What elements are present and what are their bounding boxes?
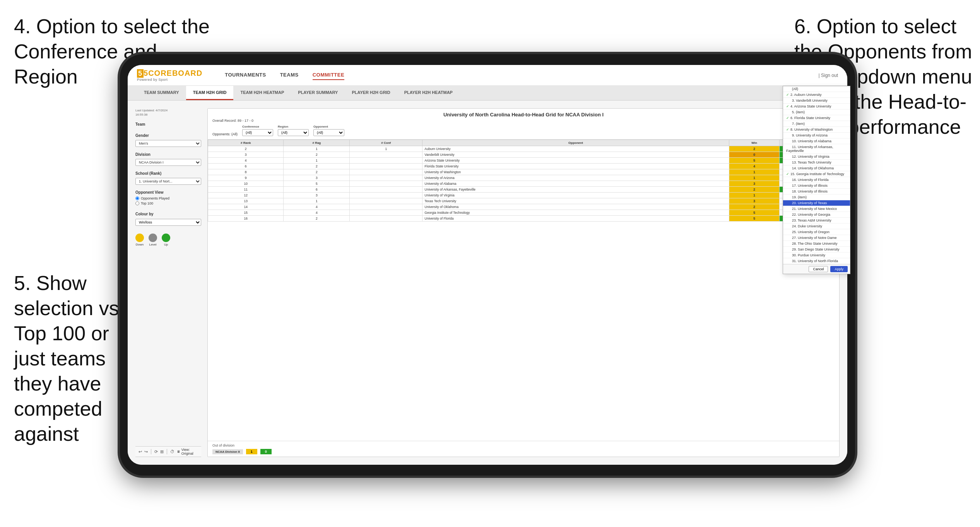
- cell-opponent: Arizona State University: [422, 158, 729, 164]
- grid-title: University of North Carolina Head-to-Hea…: [212, 112, 835, 118]
- cell-rank: 10: [208, 181, 284, 187]
- gender-select[interactable]: Men's: [135, 140, 201, 147]
- nav-teams[interactable]: TEAMS: [280, 70, 299, 80]
- toolbar: ↩ ↪ ⟳ ⊞ ⏱ 🖥 View: Original: [135, 446, 201, 457]
- opp-drop-item[interactable]: 3. Vanderbilt University: [783, 101, 847, 104]
- table-row[interactable]: 10 5 University of Alabama 3 0: [208, 181, 839, 187]
- data-table: # Rank # Rag # Conf Opponent Win Loss 2 …: [208, 140, 839, 222]
- opp-drop-item[interactable]: 28. The Ohio State University: [783, 241, 847, 247]
- opp-drop-item[interactable]: 5. (item): [783, 109, 847, 115]
- opp-drop-item[interactable]: ✓4. Arizona State University: [783, 104, 847, 109]
- cell-conf: [350, 216, 422, 222]
- cell-rag: 3: [284, 193, 350, 198]
- nav-tournaments[interactable]: TOURNAMENTS: [225, 70, 266, 80]
- table-row[interactable]: 14 4 University of Oklahoma 2 2: [208, 204, 839, 210]
- region-select[interactable]: (All): [278, 129, 309, 136]
- opp-drop-item[interactable]: 24. Duke University: [783, 223, 847, 229]
- opp-drop-item[interactable]: 27. University of Notre Dame: [783, 235, 847, 241]
- cell-rank: 3: [208, 152, 284, 158]
- radio-top100[interactable]: Top 100: [135, 201, 201, 205]
- refresh-icon[interactable]: ⟳: [154, 449, 158, 454]
- table-row[interactable]: 2 1 1 Auburn University 2 1: [208, 146, 839, 152]
- opp-drop-item[interactable]: 31. University of North Florida: [783, 258, 847, 264]
- cell-opponent: University of Florida: [422, 216, 729, 222]
- app-logo: 55COREBOARD: [137, 69, 202, 78]
- legend-level: Level: [149, 234, 157, 246]
- legend-up: Up: [162, 234, 170, 246]
- opp-drop-item[interactable]: 18. University of Illinois: [783, 189, 847, 194]
- table-row[interactable]: 8 2 University of Washington 1 0: [208, 169, 839, 175]
- opp-drop-item[interactable]: 22. University of Georgia: [783, 212, 847, 218]
- redo-icon[interactable]: ↪: [144, 449, 148, 454]
- radio-opponents-played[interactable]: Opponents Played: [135, 196, 201, 200]
- opp-drop-item[interactable]: 25. University of Oregon: [783, 229, 847, 235]
- opp-drop-item[interactable]: 16. University of Florida: [783, 177, 847, 183]
- cell-rank: 11: [208, 187, 284, 193]
- nav-committee[interactable]: COMMITTEE: [313, 70, 345, 80]
- colour-select[interactable]: Win/loss: [135, 219, 201, 226]
- grid-area: University of North Carolina Head-to-Hea…: [207, 108, 840, 457]
- nav-signout[interactable]: | Sign out: [819, 73, 838, 78]
- copy-icon[interactable]: ⊞: [160, 449, 164, 454]
- opp-drop-item[interactable]: 17. University of Illinois: [783, 183, 847, 189]
- tab-player-h2h-grid[interactable]: PLAYER H2H GRID: [345, 86, 397, 100]
- tab-player-summary[interactable]: PLAYER SUMMARY: [291, 86, 345, 100]
- school-select[interactable]: 1. University of Nort...: [135, 178, 201, 185]
- opp-drop-item[interactable]: 9. University of Arizona: [783, 133, 847, 138]
- opponent-select[interactable]: (All): [313, 129, 344, 136]
- toolbar-view: 🖥 View: Original: [177, 448, 198, 455]
- toolbar-sep2: [167, 449, 167, 454]
- cell-win: 5: [729, 210, 780, 216]
- cell-rank: 9: [208, 175, 284, 181]
- tab-player-h2h-heatmap[interactable]: PLAYER H2H HEATMAP: [397, 86, 460, 100]
- opp-drop-item[interactable]: 12. University of Virginia: [783, 154, 847, 160]
- legend-down: Down: [135, 234, 144, 246]
- clock-icon[interactable]: ⏱: [170, 449, 174, 454]
- cancel-button[interactable]: Cancel: [809, 266, 828, 272]
- filter-row: Opponents: (All) Conference (All) Region…: [212, 125, 835, 136]
- cell-win: 3: [729, 181, 780, 187]
- toolbar-sep1: [151, 449, 151, 454]
- opp-drop-item[interactable]: 14. University of Oklahoma: [783, 165, 847, 171]
- table-row[interactable]: 3 2 Vanderbilt University 0 4: [208, 152, 839, 158]
- tab-team-h2h-heatmap[interactable]: TEAM H2H HEATMAP: [233, 86, 291, 100]
- tab-team-h2h-grid[interactable]: TEAM H2H GRID: [186, 86, 234, 100]
- opp-drop-item[interactable]: 21. University of New Mexico: [783, 206, 847, 212]
- opp-drop-item[interactable]: 10. University of Alabama: [783, 138, 847, 144]
- school-section: School (Rank) 1. University of Nort...: [135, 171, 201, 185]
- table-row[interactable]: 9 3 University of Arizona 1 0: [208, 175, 839, 181]
- table-row[interactable]: 13 1 Texas Tech University 3 0: [208, 198, 839, 204]
- gender-section: Gender Men's: [135, 133, 201, 147]
- opp-drop-item[interactable]: 13. Texas Tech University: [783, 160, 847, 165]
- left-panel: Last Updated: 4/7/2024 16:55:38 Team Gen…: [135, 108, 201, 457]
- conference-select[interactable]: (All): [242, 129, 273, 136]
- opp-drop-item[interactable]: 19. (item): [783, 194, 847, 200]
- opp-drop-item[interactable]: 11. University of Arkansas, Fayetteville: [783, 144, 847, 154]
- opp-drop-item[interactable]: 20. University of Texas: [783, 200, 847, 206]
- gender-label: Gender: [135, 133, 201, 138]
- opp-drop-item[interactable]: 30. Purdue University: [783, 252, 847, 258]
- table-row[interactable]: 16 2 University of Florida 5 1: [208, 216, 839, 222]
- opponent-view-label: Opponent View: [135, 190, 201, 194]
- out-of-division: Out of division NCAA Division II 1 0: [208, 441, 839, 457]
- table-row[interactable]: 15 4 Georgia Institute of Technology 5 0: [208, 210, 839, 216]
- table-row[interactable]: 12 3 University of Virginia 1 0: [208, 193, 839, 198]
- table-row[interactable]: 4 1 Arizona State University 5 1: [208, 158, 839, 164]
- opp-drop-item[interactable]: ✓6. Florida State University: [783, 115, 847, 121]
- undo-icon[interactable]: ↩: [139, 449, 142, 454]
- table-row[interactable]: 11 6 University of Arkansas, Fayettevill…: [208, 187, 839, 193]
- opp-drop-item[interactable]: 23. Texas A&M University: [783, 218, 847, 223]
- opp-drop-item[interactable]: ✓15. Georgia Institute of Technology: [783, 171, 847, 177]
- cell-conf: [350, 210, 422, 216]
- out-div-win: 1: [246, 449, 257, 454]
- cell-rag: 3: [284, 175, 350, 181]
- opp-drop-item[interactable]: ✓8. University of Washington: [783, 127, 847, 133]
- table-row[interactable]: 6 2 Florida State University 4 2: [208, 164, 839, 169]
- cell-win: 4: [729, 164, 780, 169]
- grid-header: University of North Carolina Head-to-Hea…: [208, 109, 839, 140]
- apply-button[interactable]: Apply: [830, 266, 847, 272]
- tab-team-summary[interactable]: TEAM SUMMARY: [137, 86, 186, 100]
- division-select[interactable]: NCAA Division I: [135, 159, 201, 166]
- opp-drop-item[interactable]: 7. (item): [783, 121, 847, 127]
- opp-drop-item[interactable]: 29. San Diego State University: [783, 247, 847, 252]
